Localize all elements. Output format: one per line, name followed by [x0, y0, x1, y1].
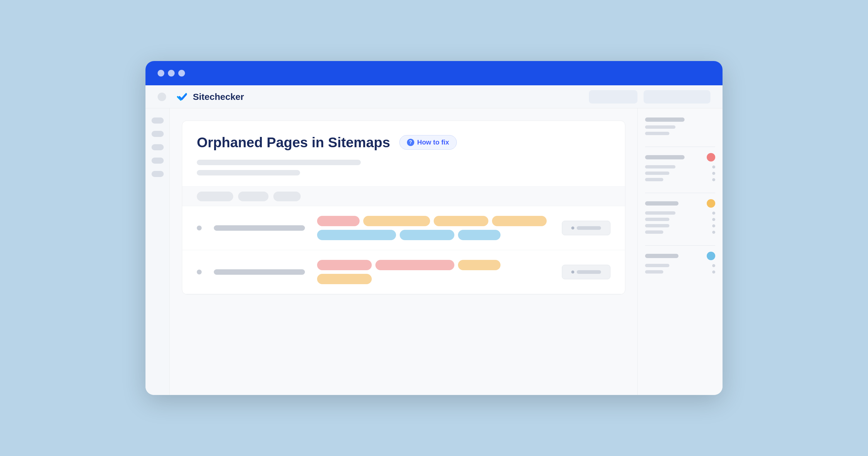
sub-row — [645, 132, 715, 135]
sub-line — [645, 270, 663, 273]
sub-rows — [645, 264, 715, 273]
card-title-row: Orphaned Pages in Sitemaps ? How to fix — [197, 134, 611, 151]
sub-line — [645, 211, 676, 215]
how-to-fix-button[interactable]: ? How to fix — [399, 135, 457, 150]
row-tags — [317, 216, 550, 240]
action-dot — [571, 270, 574, 273]
right-row-header — [645, 199, 715, 208]
right-section-2 — [645, 153, 715, 181]
center-content: Orphaned Pages in Sitemaps ? How to fix — [170, 108, 638, 395]
sub-line — [645, 230, 663, 234]
window-dots — [158, 70, 185, 76]
right-row-header — [645, 252, 715, 260]
sidebar-item-3[interactable] — [152, 144, 164, 150]
tag-orange-1 — [363, 216, 430, 226]
sidebar-item-2[interactable] — [152, 131, 164, 137]
logo-text: Sitechecker — [193, 92, 244, 102]
badge-blue — [707, 252, 715, 260]
tag-orange-4 — [458, 260, 500, 270]
sub-line — [645, 125, 676, 129]
row-action-button[interactable] — [562, 221, 611, 235]
right-row-header — [645, 153, 715, 162]
browser-nav-circle — [158, 93, 166, 101]
sub-line — [645, 165, 676, 168]
right-line-main — [645, 118, 685, 122]
action-dot — [571, 226, 574, 230]
chrome-button-1[interactable] — [589, 90, 638, 103]
right-section-4 — [645, 252, 715, 273]
badge-red — [707, 153, 715, 162]
sub-dot — [712, 172, 715, 175]
sub-row — [645, 165, 715, 168]
filter-row — [182, 187, 625, 206]
row-indicator — [197, 226, 202, 230]
row-action-button[interactable] — [562, 265, 611, 279]
row-indicator — [197, 270, 202, 274]
right-row-header — [645, 118, 715, 122]
sub-row — [645, 211, 715, 215]
table-row — [182, 206, 625, 250]
tag-blue-2 — [400, 230, 454, 240]
table-row — [182, 250, 625, 294]
title-bar — [146, 61, 722, 85]
filter-pill-1[interactable] — [197, 192, 233, 201]
sub-line — [645, 218, 670, 221]
how-to-fix-label: How to fix — [417, 138, 449, 146]
chrome-button-2[interactable] — [644, 90, 710, 103]
right-section-3 — [645, 199, 715, 234]
right-sidebar — [638, 108, 722, 395]
sidebar-item-4[interactable] — [152, 158, 164, 164]
tag-pink-1 — [317, 216, 360, 226]
sub-line — [645, 132, 670, 135]
right-divider — [645, 146, 715, 147]
sub-dot — [712, 218, 715, 221]
content-card: Orphaned Pages in Sitemaps ? How to fix — [182, 121, 625, 294]
tag-pink-2 — [317, 260, 372, 270]
badge-orange — [707, 199, 715, 208]
sub-rows — [645, 165, 715, 181]
sidebar-item-1[interactable] — [152, 118, 164, 124]
sub-row — [645, 178, 715, 181]
left-sidebar — [146, 108, 170, 395]
sub-line — [645, 178, 663, 181]
filter-pill-3[interactable] — [273, 192, 301, 201]
sub-line — [645, 264, 670, 267]
tag-orange-2 — [434, 216, 488, 226]
right-line-main — [645, 254, 679, 258]
dot-2[interactable] — [168, 70, 175, 76]
action-label — [577, 226, 601, 230]
sub-line — [645, 171, 670, 175]
sub-row — [645, 171, 715, 175]
row-url — [214, 225, 305, 231]
dot-3[interactable] — [178, 70, 185, 76]
right-divider — [645, 245, 715, 246]
sub-dot — [712, 211, 715, 215]
sub-dot — [712, 224, 715, 227]
sub-row — [645, 264, 715, 267]
right-divider — [645, 193, 715, 193]
sub-row — [645, 230, 715, 234]
tag-orange-3 — [492, 216, 547, 226]
right-line-main — [645, 201, 679, 205]
logo-icon — [175, 90, 189, 103]
sidebar-item-5[interactable] — [152, 171, 164, 177]
tag-blue-3 — [458, 230, 500, 240]
sub-dot — [712, 264, 715, 267]
logo-area: Sitechecker — [175, 90, 244, 103]
row-url — [214, 269, 305, 275]
dot-1[interactable] — [158, 70, 164, 76]
tag-pink-3 — [375, 260, 454, 270]
question-icon: ? — [407, 139, 414, 146]
browser-window: Sitechecker Orphaned Pages in Sitemaps — [146, 61, 722, 395]
description-line-2 — [197, 170, 300, 175]
page-title: Orphaned Pages in Sitemaps — [197, 134, 390, 151]
sub-rows — [645, 211, 715, 234]
sub-dot — [712, 178, 715, 181]
main-area: Orphaned Pages in Sitemaps ? How to fix — [146, 108, 722, 395]
filter-pill-2[interactable] — [238, 192, 269, 201]
browser-chrome: Sitechecker — [146, 85, 722, 108]
action-label — [577, 270, 601, 274]
row-tags — [317, 260, 550, 284]
sub-line — [645, 224, 670, 227]
tag-blue-1 — [317, 230, 396, 240]
